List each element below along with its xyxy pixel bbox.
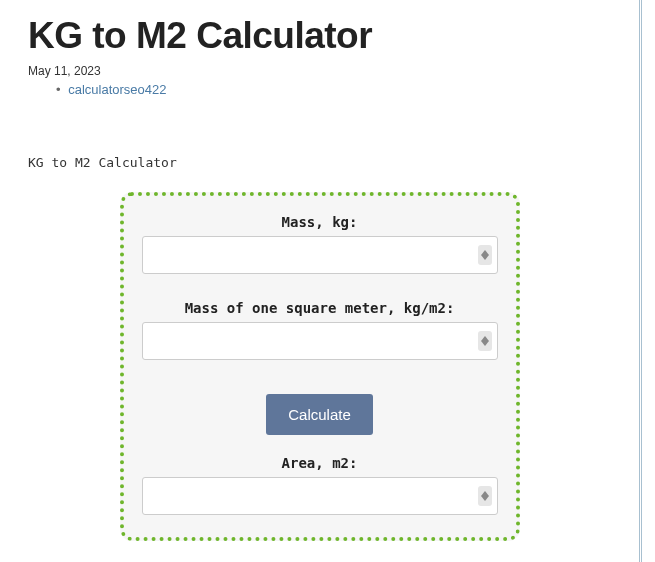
mass-input[interactable]	[142, 236, 498, 274]
right-divider	[641, 0, 655, 562]
page-title: KG to M2 Calculator	[28, 0, 611, 58]
mass-label: Mass, kg:	[142, 214, 498, 230]
calculate-button[interactable]: Calculate	[266, 394, 373, 435]
author-link[interactable]: calculatorseo422	[68, 82, 166, 97]
calculator-heading: KG to M2 Calculator	[28, 155, 611, 170]
bullet-icon: •	[56, 82, 61, 97]
post-date: May 11, 2023	[28, 64, 611, 78]
area-label: Area, m2:	[142, 455, 498, 471]
density-label: Mass of one square meter, kg/m2:	[142, 300, 498, 316]
area-input[interactable]	[142, 477, 498, 515]
calculator-panel: Mass, kg: Mass of one square meter, kg/m…	[120, 192, 520, 541]
density-input[interactable]	[142, 322, 498, 360]
